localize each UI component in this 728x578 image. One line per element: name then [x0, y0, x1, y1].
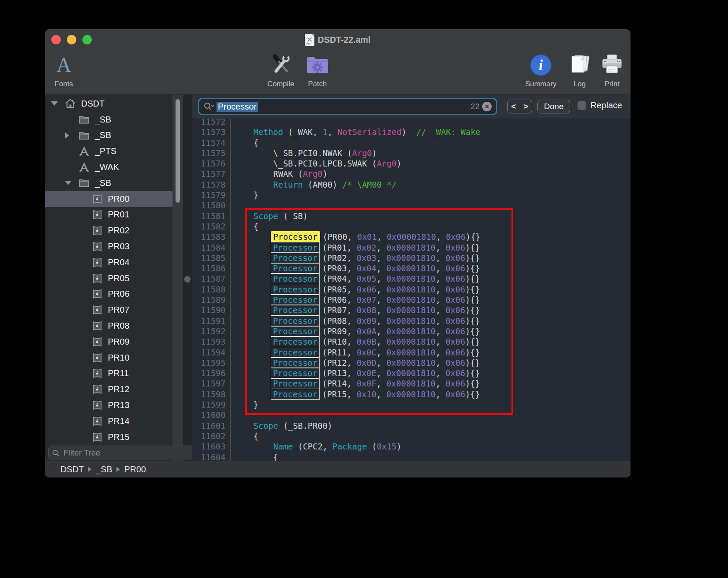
sidebar-scrollbar-thumb[interactable] — [176, 99, 180, 203]
tree-item-label: PR08 — [108, 321, 129, 331]
sidebar-item-pr09[interactable]: PR09 — [45, 334, 173, 350]
code-text: RWAK (Arg0) — [230, 169, 327, 179]
tree-item-label: PR01 — [108, 210, 129, 220]
desktop-background: AML DSDT-22.aml AFontsCompilePatchiSumma… — [0, 0, 728, 578]
breadcrumb-item[interactable]: _SB — [96, 465, 112, 474]
filter-tree-field[interactable] — [48, 446, 196, 460]
disclosure-right-icon[interactable] — [65, 132, 69, 139]
code-line: 11604 { — [192, 452, 631, 462]
folder-icon — [78, 177, 90, 188]
find-next-button[interactable]: > — [520, 100, 532, 113]
find-match-outline: Processor — [271, 273, 320, 284]
code-line: 11581 Scope (_SB) — [192, 211, 631, 221]
sidebar-item-pr00[interactable]: PR00 — [45, 191, 173, 207]
breadcrumb: DSDT_SBPR00 — [45, 461, 631, 477]
code-line: 11596 Processor (PR13, 0x0E, 0x00001810,… — [192, 368, 631, 378]
line-number: 11583 — [192, 232, 230, 242]
tree-item-label: PR06 — [108, 289, 129, 299]
sidebar-item-pr12[interactable]: PR12 — [45, 381, 173, 397]
code-line: 11573 Method (_WAK, 1, NotSerialized) //… — [192, 127, 631, 137]
code-line: 11599 } — [192, 399, 631, 410]
summary-icon: i — [530, 51, 552, 79]
line-number: 11603 — [192, 441, 230, 452]
sidebar-item-pr07[interactable]: PR07 — [45, 302, 173, 318]
house-icon — [65, 98, 76, 109]
sidebar-item-pr04[interactable]: PR04 — [45, 254, 173, 270]
breadcrumb-separator-icon — [116, 467, 120, 472]
tree-item-label: PR11 — [108, 368, 129, 378]
code-text: { — [230, 138, 258, 148]
app-window: AML DSDT-22.aml AFontsCompilePatchiSumma… — [45, 29, 631, 477]
scope-icon — [91, 384, 103, 395]
code-line: 11577 RWAK (Arg0) — [192, 169, 631, 179]
scope-icon — [91, 289, 103, 300]
sidebar-item-_sb[interactable]: _SB — [45, 112, 173, 128]
toolbar-button-patch[interactable]: Patch — [289, 51, 345, 88]
sidebar-item-pr10[interactable]: PR10 — [45, 350, 173, 366]
find-match-outline: Processor — [271, 378, 320, 389]
code-text — [230, 118, 234, 127]
done-button[interactable]: Done — [537, 100, 570, 113]
line-number: 11592 — [192, 326, 230, 336]
toolbar: AFontsCompilePatchiSummaryLogPrint — [45, 49, 631, 95]
code-line: 11574 { — [192, 138, 631, 148]
sidebar-item-pr01[interactable]: PR01 — [45, 207, 173, 223]
scope-icon — [91, 415, 103, 427]
sidebar-item-_sb[interactable]: _SB — [45, 175, 173, 191]
sidebar-item-pr03[interactable]: PR03 — [45, 239, 173, 254]
folder-icon — [78, 114, 90, 125]
search-input[interactable]: Processor 22 ✕ — [198, 98, 497, 115]
code-line: 11589 Processor (PR06, 0x07, 0x00001810,… — [192, 295, 631, 305]
find-prev-next-control: < > — [507, 100, 532, 113]
sidebar-item-pr14[interactable]: PR14 — [45, 413, 173, 429]
sidebar-item-pr13[interactable]: PR13 — [45, 397, 173, 413]
line-number: 11579 — [192, 190, 230, 200]
sidebar-item-pr08[interactable]: PR08 — [45, 318, 173, 334]
sidebar-item-_pts[interactable]: _PTS — [45, 143, 173, 159]
line-number: 11577 — [192, 169, 230, 179]
code-text: Processor (PR15, 0x10, 0x00001810, 0x06)… — [230, 389, 480, 399]
find-previous-button[interactable]: < — [508, 100, 520, 113]
filter-tree-input[interactable] — [63, 448, 192, 458]
divider-drag-handle[interactable] — [184, 276, 191, 283]
code-text: Processor (PR12, 0x0D, 0x00001810, 0x06)… — [230, 358, 480, 368]
titlebar[interactable]: AML DSDT-22.aml — [45, 30, 631, 49]
sidebar-item-_wak[interactable]: _WAK — [45, 159, 173, 175]
clear-search-icon[interactable]: ✕ — [482, 102, 492, 111]
search-text[interactable]: Processor — [217, 102, 468, 112]
sidebar-item-pr02[interactable]: PR02 — [45, 223, 173, 239]
sidebar-item-pr05[interactable]: PR05 — [45, 270, 173, 286]
breadcrumb-item[interactable]: PR00 — [124, 465, 146, 474]
disclosure-down-icon[interactable] — [65, 181, 72, 185]
replace-checkbox[interactable] — [577, 101, 586, 110]
disclosure-down-icon[interactable] — [51, 101, 58, 106]
search-magnifier-icon[interactable] — [204, 102, 214, 111]
code-text: Processor (PR08, 0x09, 0x00001810, 0x06)… — [230, 316, 480, 326]
code-line: 11585 Processor (PR02, 0x03, 0x00001810,… — [192, 253, 631, 263]
tree-item-label: PR15 — [108, 432, 129, 442]
code-line: 11579 } — [192, 190, 631, 200]
code-line: 11597 Processor (PR14, 0x0F, 0x00001810,… — [192, 378, 631, 389]
sidebar-item-dsdt[interactable]: DSDT — [45, 96, 173, 112]
line-number: 11602 — [192, 431, 230, 441]
tree-item-label: PR04 — [108, 258, 129, 267]
sidebar-item-_sb[interactable]: _SB — [45, 128, 173, 144]
tree-item-label: _SB — [95, 115, 111, 125]
replace-toggle: Replace — [577, 101, 622, 110]
sidebar-item-pr11[interactable]: PR11 — [45, 366, 173, 382]
code-line: 11582 { — [192, 221, 631, 232]
tree-item-label: _WAK — [95, 162, 119, 172]
toolbar-button-print[interactable]: Print — [584, 51, 631, 88]
sidebar-scrollbar-track[interactable] — [173, 95, 183, 461]
sidebar-item-pr06[interactable]: PR06 — [45, 286, 173, 302]
breadcrumb-item[interactable]: DSDT — [60, 465, 84, 474]
method-icon — [78, 162, 90, 173]
find-match-outline: Processor — [271, 368, 320, 379]
code-view[interactable]: 1157211573 Method (_WAK, 1, NotSerialize… — [192, 118, 631, 461]
sidebar-item-pr15[interactable]: PR15 — [45, 429, 173, 445]
pane-divider[interactable] — [183, 95, 192, 461]
code-text: \_SB.PCI0.LPCB.SWAK (Arg0) — [230, 158, 402, 169]
scope-icon — [91, 336, 103, 347]
scope-icon — [91, 352, 103, 363]
toolbar-button-fonts[interactable]: AFonts — [45, 51, 92, 88]
